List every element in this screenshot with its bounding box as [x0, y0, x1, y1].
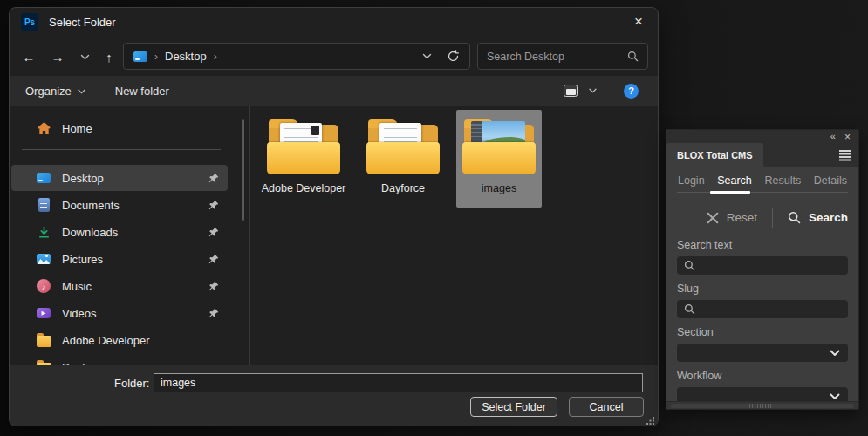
chevron-down-icon — [830, 350, 840, 357]
sidebar-item-downloads[interactable]: Downloads — [11, 219, 228, 245]
scrollbar-handle[interactable] — [749, 404, 772, 408]
reset-label: Reset — [727, 211, 757, 224]
recent-locations-button[interactable] — [74, 46, 95, 67]
panel-subtabs: Login Search Results Details — [677, 174, 848, 187]
sidebar-divider — [249, 106, 250, 365]
collapse-panel-icon[interactable]: « — [830, 132, 835, 141]
tab-login[interactable]: Login — [678, 174, 705, 187]
pin-icon — [208, 308, 219, 318]
up-arrow-icon: ↑ — [106, 50, 113, 65]
title-bar: Ps Select Folder × — [10, 8, 658, 36]
slug-input[interactable] — [677, 300, 848, 318]
desktop-icon — [36, 173, 51, 183]
music-icon — [36, 279, 51, 293]
help-button[interactable]: ? — [624, 84, 639, 99]
sidebar-item-label: Videos — [62, 307, 97, 320]
select-folder-dialog: Ps Select Folder × ← → ↑ › Desktop › — [9, 7, 659, 426]
close-icon: × — [634, 13, 643, 31]
slug-label: Slug — [677, 283, 848, 295]
folder-tile-images[interactable]: images — [456, 110, 542, 208]
sidebar-scrollbar[interactable] — [242, 119, 244, 221]
folder-name: Adobe Developer — [262, 182, 346, 194]
search-text-input[interactable] — [677, 256, 848, 275]
up-button[interactable]: ↑ — [99, 46, 120, 67]
downloads-icon — [36, 226, 51, 239]
resize-grip[interactable] — [646, 417, 654, 425]
sidebar-item-adobe-developer[interactable]: Adobe Developer — [11, 327, 228, 353]
address-bar[interactable]: › Desktop › — [123, 43, 470, 70]
screen: Ps Select Folder × ← → ↑ › Desktop › — [0, 0, 868, 436]
documents-icon — [36, 198, 51, 212]
panel-actions: Reset Search — [677, 207, 848, 228]
search-input[interactable]: Search Desktop — [477, 43, 648, 70]
photoshop-app-icon: Ps — [21, 13, 38, 31]
pin-icon — [208, 254, 219, 264]
pin-icon — [208, 173, 219, 183]
navigation-bar: ← → ↑ › Desktop › Search Desktop — [10, 36, 658, 76]
folder-field-label: Folder: — [114, 377, 149, 390]
search-placeholder: Search Desktop — [487, 51, 564, 63]
window-close-button[interactable]: × — [619, 8, 658, 36]
forward-button[interactable]: → — [47, 46, 68, 67]
sidebar-item-label: Home — [62, 122, 92, 135]
chevron-down-icon — [78, 89, 85, 94]
section-select[interactable] — [677, 344, 848, 362]
chevron-down-icon — [80, 54, 90, 60]
window-title: Select Folder — [49, 16, 116, 29]
pin-icon — [208, 200, 219, 210]
search-label: Search — [809, 211, 848, 224]
panel-body: Login Search Results Details Reset Searc… — [666, 174, 858, 410]
section-label: Section — [677, 326, 848, 338]
view-mode-icon[interactable] — [564, 85, 578, 97]
sidebar-item-label: Pictures — [62, 253, 103, 266]
dialog-content: Home Desktop Documents — [10, 106, 658, 365]
sidebar-item-music[interactable]: Music — [11, 273, 228, 299]
select-folder-label: Select Folder — [482, 401, 546, 413]
panel-header: « × — [666, 130, 858, 143]
tab-details[interactable]: Details — [814, 174, 847, 187]
breadcrumb-desktop[interactable]: Desktop — [165, 50, 207, 63]
folder-tile-dayforce[interactable]: Dayforce — [360, 110, 446, 208]
organize-label: Organize — [25, 85, 72, 98]
breadcrumb-separator-icon: › — [214, 51, 217, 63]
breadcrumb-separator-icon: › — [154, 51, 158, 63]
cancel-label: Cancel — [590, 401, 624, 413]
folder-icon — [461, 119, 537, 174]
blox-cms-panel: « × BLOX Total CMS Login Search Results … — [666, 129, 859, 410]
panel-bottom-scrollbar[interactable] — [666, 401, 858, 409]
address-dropdown-button[interactable] — [422, 53, 432, 59]
sidebar-item-pictures[interactable]: Pictures — [11, 246, 228, 272]
sidebar-item-desktop[interactable]: Desktop — [11, 165, 228, 191]
sidebar-item-label: Music — [62, 280, 92, 293]
home-icon — [36, 121, 51, 135]
panel-menu-button[interactable] — [839, 150, 851, 160]
folder-name: images — [482, 182, 516, 194]
back-button[interactable]: ← — [18, 46, 39, 67]
panel-close-icon[interactable]: × — [844, 132, 851, 142]
panel-tab-blox-total-cms[interactable]: BLOX Total CMS — [666, 143, 763, 167]
videos-icon — [36, 308, 51, 319]
cms-search-button[interactable]: Search — [788, 211, 848, 224]
sidebar-item-videos[interactable]: Videos — [11, 300, 228, 326]
organize-button[interactable]: Organize — [25, 85, 85, 98]
refresh-button[interactable] — [447, 50, 460, 63]
folder-icon — [366, 119, 441, 174]
sidebar-item-home[interactable]: Home — [11, 115, 228, 141]
sidebar-item-documents[interactable]: Documents — [11, 192, 228, 218]
reset-button[interactable]: Reset — [707, 211, 757, 224]
tab-results[interactable]: Results — [764, 174, 801, 187]
sidebar-separator — [22, 149, 221, 150]
sidebar-item-dayforce[interactable]: Dayforce — [11, 354, 228, 365]
refresh-icon — [447, 50, 460, 63]
select-folder-button[interactable]: Select Folder — [470, 397, 557, 417]
folder-name-input[interactable] — [154, 373, 643, 392]
view-options-button[interactable] — [589, 88, 597, 93]
folder-tile-adobe-developer[interactable]: Adobe Developer — [261, 110, 346, 208]
tab-search[interactable]: Search — [717, 174, 752, 187]
new-folder-button[interactable]: New folder — [115, 85, 169, 98]
new-folder-label: New folder — [115, 85, 169, 98]
cancel-button[interactable]: Cancel — [569, 397, 644, 417]
x-reset-icon — [707, 212, 719, 224]
panel-tab-row: BLOX Total CMS — [666, 143, 858, 167]
chevron-down-icon — [422, 53, 432, 59]
